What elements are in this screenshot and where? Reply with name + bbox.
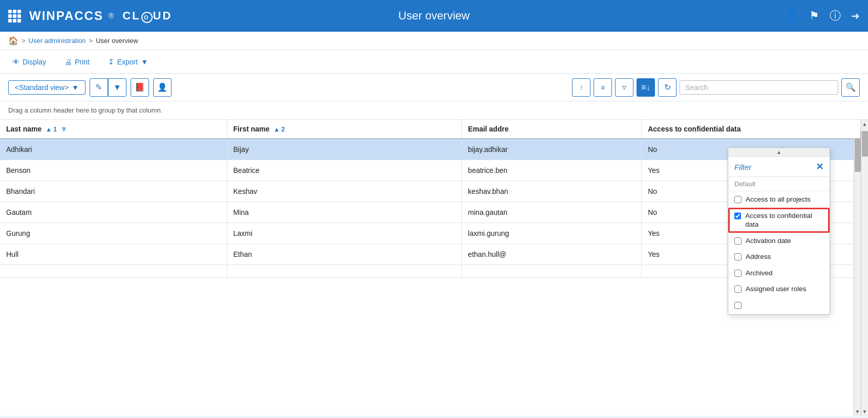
view-select-button[interactable]: <Standard view> ▼ (8, 80, 86, 95)
col-header-first-name[interactable]: First name ▲ 2 (227, 120, 461, 139)
export-icon: ↧ (108, 58, 114, 66)
edit-icon: ✎ (95, 82, 102, 92)
cell-email: bijay.adhikar (461, 139, 641, 160)
filter-close-button[interactable]: ✕ (816, 161, 823, 172)
flag-icon[interactable]: ⚑ (809, 9, 819, 23)
book-icon: 📕 (135, 82, 145, 92)
scrollbar-track (854, 128, 861, 407)
cell-first-name: Laxmi (227, 223, 461, 244)
cell-email: keshav.bhan (461, 181, 641, 202)
col-first-name-label: First name (234, 125, 270, 133)
cell-email: beatrice.ben (461, 160, 641, 181)
filter-label-confidential: Access to confidential data (745, 211, 823, 229)
filter-checkbox-all-projects[interactable] (734, 196, 742, 203)
filter-checkbox-archived[interactable] (734, 270, 742, 277)
filter-item-address[interactable]: Address (728, 249, 830, 265)
filter-default-label: Default (728, 177, 830, 191)
breadcrumb-sep-1: > (22, 37, 26, 45)
cell-last-name (0, 265, 227, 278)
breadcrumb-user-admin[interactable]: User administration (29, 37, 86, 45)
breadcrumb-sep-2: > (89, 37, 93, 45)
filter-item-archived[interactable]: Archived (728, 265, 830, 281)
home-icon[interactable]: 🏠 (8, 36, 18, 46)
book-button[interactable]: 📕 (131, 78, 149, 97)
search-button[interactable]: 🔍 (841, 78, 860, 97)
cloud-o-icon: O (141, 12, 153, 23)
right-controls: ⁝ ≡ ▿ ≡↓ ↻ 🔍 (572, 78, 860, 97)
cell-last-name: Hull (0, 244, 227, 265)
search-icon: 🔍 (845, 82, 856, 92)
filter-checkbox-assigned-roles[interactable] (734, 285, 742, 293)
col-header-email[interactable]: Email addre (461, 120, 641, 139)
table-scrollbar[interactable]: ▲ ▼ (854, 120, 861, 416)
page-scrollbar[interactable]: ▲ ▼ (861, 120, 868, 416)
cell-last-name: Gautam (0, 202, 227, 223)
drag-hint: Drag a column header here to group by th… (0, 101, 868, 120)
list-button[interactable]: ≡ (594, 78, 612, 97)
main-toolbar: 👁 Display 🖨 Print ↧ Export ▼ (0, 50, 868, 74)
print-label: Print (75, 58, 90, 66)
page-scrollbar-down[interactable]: ▼ (861, 407, 868, 416)
grid-icon (8, 10, 21, 23)
main-content: Last name ▲ 1 ▿ First name ▲ 2 Email add… (0, 120, 868, 416)
cell-first-name: Ethan (227, 244, 461, 265)
col-last-name-label: Last name (6, 125, 41, 133)
column-filter-button[interactable]: ≡↓ (637, 78, 655, 97)
column-filter-icon: ≡↓ (641, 83, 650, 92)
filter-icon: ▿ (622, 82, 626, 92)
col-header-last-name[interactable]: Last name ▲ 1 ▿ (0, 120, 227, 139)
filter-item-activation-date[interactable]: Activation date (728, 233, 830, 249)
sort-icon-last-name: ▲ 1 (46, 126, 57, 133)
filter-label-address: Address (746, 252, 771, 261)
export-arrow: ▼ (141, 58, 148, 66)
filter-checkbox-activation-date[interactable] (734, 237, 742, 245)
logout-icon[interactable]: ➜ (851, 10, 860, 22)
logo-cloud: CLOUD (122, 9, 172, 23)
search-input[interactable] (680, 80, 838, 95)
filter-label-archived: Archived (746, 269, 773, 278)
print-icon: 🖨 (65, 58, 72, 66)
logo-reg: ® (109, 12, 114, 20)
secondary-toolbar: <Standard view> ▼ ✎ ▼ 📕 👤 ⁝ ≡ ▿ ≡↓ ↻ (0, 74, 868, 101)
display-icon: 👁 (12, 58, 19, 66)
app-header: WINPACCS ® CLOUD User overview 👤 ⚑ ⓘ ➜ (0, 0, 868, 32)
page-scrollbar-up[interactable]: ▲ (861, 120, 868, 128)
filter-checkbox-address[interactable] (734, 253, 742, 260)
minus-list-button[interactable]: ⁝ (572, 78, 590, 97)
user-add-button[interactable]: 👤 (153, 78, 172, 97)
print-button[interactable]: 🖨 Print (60, 56, 94, 68)
edit-dropdown-arrow: ▼ (113, 83, 121, 92)
export-button[interactable]: ↧ Export ▼ (104, 56, 152, 68)
filter-checkbox-confidential[interactable] (734, 212, 741, 219)
breadcrumb-user-overview: User overview (96, 37, 138, 45)
user-icon[interactable]: 👤 (785, 9, 799, 23)
display-label: Display (23, 58, 46, 66)
filter-button[interactable]: ▿ (615, 78, 633, 97)
refresh-icon: ↻ (664, 82, 671, 92)
col-header-access[interactable]: Access to confidential data (642, 120, 861, 139)
scrollbar-down-arrow[interactable]: ▼ (854, 407, 861, 416)
filter-item-partial[interactable] (728, 297, 830, 314)
filter-item-all-projects[interactable]: Access to all projects (728, 191, 830, 208)
filter-item-assigned-roles[interactable]: Assigned user roles (728, 281, 830, 297)
edit-button[interactable]: ✎ (90, 78, 108, 97)
filter-item-confidential[interactable]: Access to confidential data (728, 208, 830, 233)
filter-label-all-projects: Access to all projects (746, 195, 811, 204)
filter-label-activation-date: Activation date (746, 236, 791, 246)
minus-list-icon: ⁝ (580, 83, 582, 92)
cell-first-name (227, 265, 461, 278)
cell-email: laxmi.gurung (461, 223, 641, 244)
cell-email (461, 265, 641, 278)
refresh-button[interactable]: ↻ (658, 78, 676, 97)
edit-dropdown-button[interactable]: ▼ (108, 78, 126, 97)
user-icon: 👤 (157, 82, 167, 92)
filter-scroll-up[interactable]: ▲ (728, 148, 830, 157)
cell-first-name: Beatrice (227, 160, 461, 181)
help-icon[interactable]: ⓘ (830, 8, 841, 24)
filter-icon-last-name[interactable]: ▿ (62, 125, 66, 133)
list-icon: ≡ (601, 83, 605, 92)
filter-dropdown: ▲ Filter ✕ Default Access to all project… (728, 147, 830, 315)
page-scrollbar-thumb[interactable] (862, 131, 868, 157)
display-button[interactable]: 👁 Display (8, 56, 50, 68)
filter-checkbox-partial[interactable] (734, 302, 742, 309)
